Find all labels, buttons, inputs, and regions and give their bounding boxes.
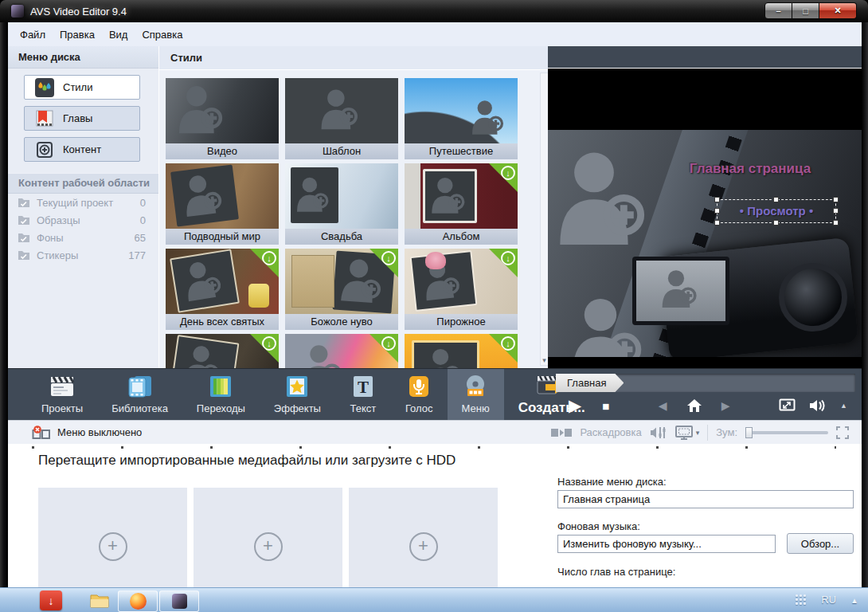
preview-scene[interactable]: Главная страница • Просмотр •	[548, 130, 862, 357]
minimize-button[interactable]: –	[764, 2, 792, 19]
fullscreen-button[interactable]	[779, 398, 796, 413]
style-item-halloween[interactable]: ↓ День всех святых	[166, 249, 279, 330]
folder-check-icon	[18, 250, 30, 261]
style-item-label: Видео	[166, 143, 279, 159]
stop-button[interactable]: ■	[602, 399, 609, 413]
fit-screen-icon[interactable]	[836, 426, 849, 439]
download-badge: ↓	[489, 249, 518, 277]
taskbar-download-app-icon[interactable]: ↓	[40, 590, 62, 610]
menu-edit[interactable]: Правка	[53, 26, 102, 44]
tab-effects[interactable]: Эффекты	[260, 369, 335, 420]
download-arrow-icon: ↓	[381, 336, 396, 351]
style-item-beaujolais[interactable]: ↓ Божоле нуво	[285, 249, 398, 330]
zoom-slider-handle[interactable]	[745, 427, 753, 438]
menu-help[interactable]: Справка	[135, 26, 190, 44]
menu-title-text[interactable]: Главная страница	[686, 160, 814, 177]
style-item-album[interactable]: ↓ Альбом	[405, 163, 518, 245]
chapters-icon	[35, 109, 54, 128]
style-item-template[interactable]: Шаблон	[285, 78, 398, 159]
sidebar-item-chapters[interactable]: Главы	[24, 106, 140, 131]
folder-icon	[89, 592, 110, 610]
content-item-backgrounds[interactable]: Фоны 65	[8, 229, 158, 246]
style-item-partial-2[interactable]: ↓	[285, 334, 398, 368]
selection-handle[interactable]	[833, 197, 839, 202]
workspace-slot-3[interactable]: + Рабочая область 3	[349, 488, 498, 587]
style-item-partial-1[interactable]: ↓	[166, 334, 279, 368]
taskbar-avs-button[interactable]	[159, 590, 199, 612]
prev-page-button[interactable]: ◀	[659, 399, 667, 412]
style-item-underwater[interactable]: Подводный мир	[166, 163, 279, 245]
scroll-down-icon[interactable]: ▾	[541, 355, 548, 365]
storyboard-label[interactable]: Раскадровка	[580, 426, 641, 438]
style-item-partial-3[interactable]: ↓	[405, 334, 518, 368]
projects-clapperboard-icon	[49, 375, 76, 398]
selection-handle[interactable]	[714, 197, 720, 202]
window-title: AVS Video Editor 9.4	[30, 6, 127, 18]
selected-menu-item[interactable]: • Просмотр •	[717, 199, 836, 223]
volume-caret-icon[interactable]: ▲	[840, 402, 847, 410]
menu-name-input[interactable]	[557, 490, 854, 508]
tab-library[interactable]: Библиотека	[97, 369, 182, 420]
styles-panel: Стили Видео Шаблон Путешествие Подводный…	[159, 46, 549, 368]
placeholder-silhouette-icon	[170, 164, 239, 226]
sidebar-title: Меню диска	[8, 46, 158, 69]
disc-menu-icon	[462, 375, 489, 398]
play-button[interactable]: ▶	[569, 396, 581, 415]
close-button[interactable]: ✕	[819, 2, 857, 19]
style-item-travel[interactable]: Путешествие	[405, 78, 518, 159]
download-badge: ↓	[369, 334, 398, 363]
style-item-wedding[interactable]: Свадьба	[285, 163, 398, 245]
preview-top-bar	[548, 46, 862, 69]
zoom-slider[interactable]	[745, 431, 828, 434]
main-content: Меню диска Стили Главы Контент Контент р…	[8, 46, 862, 368]
sidebar-item-styles[interactable]: Стили	[24, 75, 140, 100]
language-indicator[interactable]: RU	[821, 594, 836, 606]
style-item-video[interactable]: Видео	[166, 78, 279, 159]
breadcrumb-home[interactable]: Главная	[556, 374, 624, 392]
main-toolbar: Проекты Библиотека Переходы Эффекты T Те…	[8, 368, 862, 420]
menu-view[interactable]: Вид	[102, 26, 135, 44]
tab-voice[interactable]: Голос	[391, 369, 448, 420]
taskbar-explorer-icon[interactable]	[88, 590, 111, 610]
preview-letterbox-bottom	[548, 357, 862, 368]
effects-star-icon	[283, 375, 311, 398]
audio-mixer-icon[interactable]	[650, 426, 667, 439]
menu-file[interactable]: Файл	[13, 26, 53, 44]
selection-handle[interactable]	[833, 208, 839, 214]
taskbar-firefox-button[interactable]	[118, 590, 158, 612]
maximize-button[interactable]: □	[792, 2, 819, 19]
folder-check-icon	[18, 215, 30, 226]
selected-menu-item-text[interactable]: • Просмотр •	[717, 200, 835, 222]
next-page-button[interactable]: ▶	[721, 399, 730, 412]
content-item-samples[interactable]: Образцы 0	[8, 211, 158, 229]
storyboard-icon[interactable]	[551, 428, 572, 437]
tab-projects[interactable]: Проекты	[27, 369, 97, 420]
browse-button[interactable]: Обзор...	[787, 533, 854, 554]
preview-controls: Главная ▶ ■ ◀ ▶ ▲	[548, 369, 862, 420]
workspace-slot-1[interactable]: + Рабочая область 1	[38, 488, 187, 587]
add-plus-icon: +	[99, 532, 127, 561]
content-item-current-project[interactable]: Текущий проект 0	[8, 194, 158, 211]
tab-transitions[interactable]: Переходы	[182, 369, 260, 420]
title-bar: AVS Video Editor 9.4 – □ ✕	[0, 0, 868, 22]
status-bar: Меню выключено Раскадровка ▾ Зум:	[8, 420, 862, 444]
volume-button[interactable]	[808, 398, 827, 413]
tab-menu[interactable]: Меню	[448, 369, 504, 420]
home-page-button[interactable]	[686, 398, 702, 413]
download-badge: ↓	[250, 334, 279, 363]
sidebar-item-content[interactable]: Контент	[24, 137, 140, 162]
show-hidden-icons-button[interactable]: ▲	[850, 596, 858, 605]
display-mode-caret-icon[interactable]: ▾	[696, 429, 700, 437]
background-music-input[interactable]	[557, 535, 776, 553]
workspace-slot-2[interactable]: + Рабочая область 2	[194, 488, 342, 587]
window-border-left	[0, 22, 8, 587]
tab-text[interactable]: T Текст	[335, 369, 391, 420]
content-item-stickers[interactable]: Стикеры 177	[8, 246, 158, 264]
selection-handle[interactable]	[714, 208, 720, 214]
menu-state-label: Меню выключено	[57, 426, 142, 438]
disc-menu-sidebar: Меню диска Стили Главы Контент Контент р…	[8, 46, 159, 368]
style-item-cake[interactable]: ↓ Пирожное	[405, 249, 518, 330]
style-item-label: Путешествие	[405, 143, 518, 159]
display-mode-icon[interactable]	[675, 426, 693, 440]
selection-handle[interactable]	[773, 197, 779, 202]
